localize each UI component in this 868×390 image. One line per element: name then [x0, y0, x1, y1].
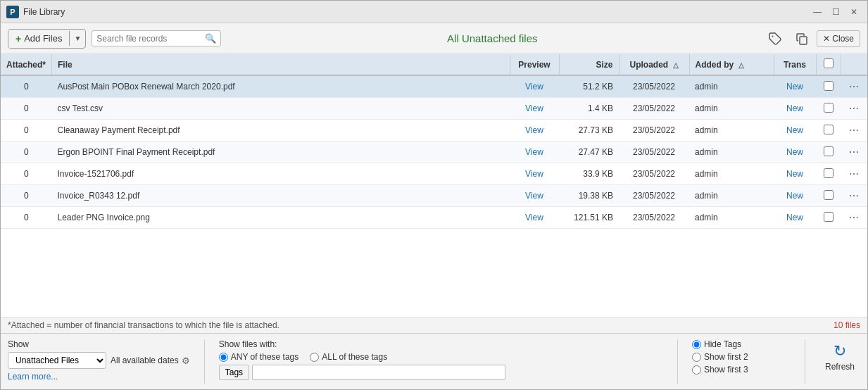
view-link[interactable]: View [525, 103, 543, 113]
cell-trans[interactable]: New [774, 163, 816, 185]
row-checkbox[interactable] [824, 212, 834, 222]
row-checkbox[interactable] [824, 103, 834, 113]
view-link[interactable]: View [525, 125, 543, 135]
cell-menu[interactable]: ⋯ [841, 163, 867, 185]
row-menu-button[interactable]: ⋯ [846, 123, 862, 137]
view-link[interactable]: View [525, 147, 543, 157]
close-button[interactable]: ✕ Close [817, 30, 860, 47]
cell-checkbox[interactable] [816, 98, 841, 120]
copy-icon-button[interactable] [790, 28, 814, 49]
cell-checkbox[interactable] [816, 163, 841, 185]
col-header-addedby[interactable]: Added by △ [689, 54, 774, 75]
attached-note: *Attached = number of financial transact… [8, 320, 279, 330]
show-first-3-label: Show first 3 [704, 365, 748, 375]
hide-tags-radio[interactable] [692, 340, 701, 349]
row-checkbox[interactable] [824, 190, 834, 200]
col-header-uploaded[interactable]: Uploaded △ [619, 54, 689, 75]
row-menu-button[interactable]: ⋯ [846, 167, 862, 181]
view-link[interactable]: View [525, 213, 543, 222]
row-checkbox[interactable] [824, 81, 834, 91]
show-first-2-option[interactable]: Show first 2 [692, 352, 791, 362]
col-header-size[interactable]: Size [559, 54, 619, 75]
cell-trans[interactable]: New [774, 120, 816, 141]
new-link[interactable]: New [786, 125, 803, 135]
cell-file: AusPost Main POBox Renewal March 2020.pd… [52, 75, 510, 98]
cell-preview[interactable]: View [510, 98, 559, 120]
new-link[interactable]: New [786, 213, 803, 222]
hide-tags-option[interactable]: Hide Tags [692, 339, 791, 349]
maximize-button[interactable]: ☐ [828, 4, 843, 20]
row-menu-button[interactable]: ⋯ [846, 145, 862, 159]
all-tags-option[interactable]: ALL of these tags [310, 352, 387, 362]
new-link[interactable]: New [786, 169, 803, 179]
cell-uploaded: 23/05/2022 [619, 185, 689, 207]
tag-icon-button[interactable] [763, 28, 787, 49]
refresh-button[interactable]: ↻ Refresh [825, 342, 855, 372]
cell-trans[interactable]: New [774, 98, 816, 120]
cell-size: 33.9 KB [559, 163, 619, 185]
any-tags-radio[interactable] [219, 353, 228, 362]
minimize-button[interactable]: — [810, 4, 825, 20]
cell-preview[interactable]: View [510, 141, 559, 163]
cell-trans[interactable]: New [774, 75, 816, 98]
tags-input[interactable] [252, 365, 505, 380]
cell-preview[interactable]: View [510, 207, 559, 229]
view-link[interactable]: View [525, 191, 543, 201]
view-link[interactable]: View [525, 169, 543, 179]
col-header-attached[interactable]: Attached* [1, 54, 52, 75]
cell-trans[interactable]: New [774, 141, 816, 163]
row-checkbox[interactable] [824, 146, 834, 156]
new-link[interactable]: New [786, 82, 803, 92]
cell-preview[interactable]: View [510, 185, 559, 207]
show-dropdown[interactable]: Unattached Files All Files Attached File… [8, 352, 106, 369]
row-menu-button[interactable]: ⋯ [846, 101, 862, 115]
cell-checkbox[interactable] [816, 120, 841, 141]
cell-menu[interactable]: ⋯ [841, 185, 867, 207]
cell-trans[interactable]: New [774, 207, 816, 229]
view-link[interactable]: View [525, 82, 543, 92]
cell-preview[interactable]: View [510, 163, 559, 185]
cell-attached: 0 [1, 120, 52, 141]
cell-checkbox[interactable] [816, 75, 841, 98]
row-menu-button[interactable]: ⋯ [846, 210, 862, 225]
add-files-dropdown-button[interactable]: ▼ [69, 31, 85, 46]
cell-preview[interactable]: View [510, 120, 559, 141]
cell-uploaded: 23/05/2022 [619, 141, 689, 163]
cell-checkbox[interactable] [816, 141, 841, 163]
tags-button[interactable]: Tags [219, 365, 249, 380]
col-header-file[interactable]: File [52, 54, 510, 75]
cell-preview[interactable]: View [510, 75, 559, 98]
dates-button[interactable]: All available dates ⚙ [111, 356, 190, 366]
select-all-checkbox[interactable] [824, 58, 834, 68]
show-first-3-option[interactable]: Show first 3 [692, 365, 791, 375]
cell-menu[interactable]: ⋯ [841, 98, 867, 120]
new-link[interactable]: New [786, 191, 803, 201]
cell-checkbox[interactable] [816, 185, 841, 207]
cell-checkbox[interactable] [816, 207, 841, 229]
col-header-checkbox[interactable] [816, 54, 841, 75]
any-tags-option[interactable]: ANY of these tags [219, 352, 299, 362]
new-link[interactable]: New [786, 147, 803, 157]
row-menu-button[interactable]: ⋯ [846, 189, 862, 203]
show-first-3-radio[interactable] [692, 365, 701, 375]
cell-menu[interactable]: ⋯ [841, 207, 867, 229]
learn-more-link[interactable]: Learn more... [8, 372, 190, 382]
all-tags-radio[interactable] [310, 353, 319, 362]
cell-attached: 0 [1, 185, 52, 207]
col-header-preview[interactable]: Preview [510, 54, 559, 75]
cell-menu[interactable]: ⋯ [841, 75, 867, 98]
new-link[interactable]: New [786, 103, 803, 113]
toolbar: + Add Files ▼ 🔍 All Unattached files [1, 23, 867, 54]
cell-menu[interactable]: ⋯ [841, 141, 867, 163]
show-first-2-radio[interactable] [692, 353, 701, 362]
cell-menu[interactable]: ⋯ [841, 120, 867, 141]
add-files-button[interactable]: + Add Files [8, 30, 69, 48]
row-checkbox[interactable] [824, 168, 834, 178]
col-header-trans[interactable]: Trans [774, 54, 816, 75]
row-checkbox[interactable] [824, 125, 834, 134]
window-close-button[interactable]: ✕ [846, 4, 862, 20]
row-menu-button[interactable]: ⋯ [846, 80, 862, 94]
search-input[interactable] [96, 34, 202, 44]
table-row: 0 Leader PNG Invoice.png View 121.51 KB … [1, 207, 867, 229]
cell-trans[interactable]: New [774, 185, 816, 207]
